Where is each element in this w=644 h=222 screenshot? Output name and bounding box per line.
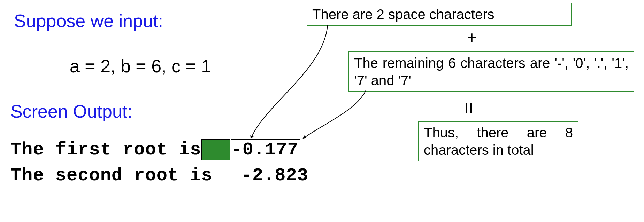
annotation-spaces: There are 2 space characters bbox=[307, 3, 572, 26]
equals-sign: = bbox=[458, 102, 481, 114]
annotation-total: Thus, there are 8 characters in total bbox=[418, 121, 578, 161]
output-line-1-label: The first root is bbox=[10, 140, 201, 160]
leading-spaces-block bbox=[201, 139, 230, 160]
output-line-2-label: The second root is bbox=[10, 165, 213, 186]
plus-sign: + bbox=[467, 28, 477, 47]
annotation-remaining: The remaining 6 characters are '-', '0',… bbox=[348, 51, 634, 92]
heading-screen-output: Screen Output: bbox=[10, 101, 132, 122]
input-values-text: a = 2, b = 6, c = 1 bbox=[70, 56, 211, 77]
output-line-1: The first root is -0.177 bbox=[10, 139, 300, 160]
output-line-2-value: -2.823 bbox=[241, 165, 308, 186]
output-line-1-value-box: -0.177 bbox=[231, 139, 300, 160]
leading-spaces-line2 bbox=[213, 165, 241, 186]
heading-suppose-input: Suppose we input: bbox=[14, 10, 163, 31]
output-line-2: The second root is -2.823 bbox=[10, 165, 308, 186]
